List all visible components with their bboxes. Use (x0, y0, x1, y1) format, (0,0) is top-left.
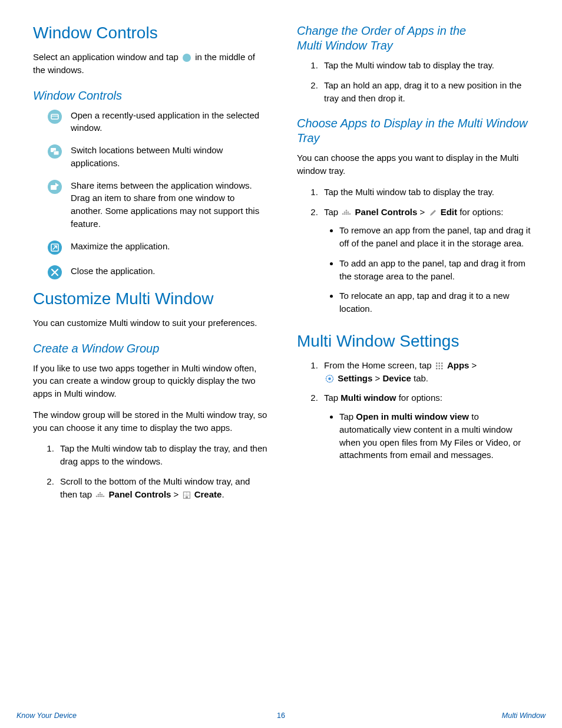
text: tab. (411, 373, 428, 383)
text: > (420, 207, 428, 217)
text: > (469, 360, 477, 370)
list-item: Tap the Multi window tab to display the … (57, 442, 269, 468)
footer-right: Multi Window (502, 711, 546, 720)
svg-point-19 (101, 495, 103, 497)
text-bold: Apps (447, 360, 470, 370)
list-item: Maximize the application. (47, 240, 269, 255)
svg-rect-36 (441, 363, 443, 364)
window-controls-icon-list: Open a recently-used application in the … (33, 109, 269, 280)
list-item: Tap an hold an app, drag it to a new pos… (320, 79, 533, 105)
svg-rect-24 (186, 496, 188, 499)
list-item: Open a recently-used application in the … (47, 109, 269, 135)
text: Select an application window and tap (33, 52, 181, 62)
svg-rect-6 (54, 151, 59, 155)
svg-point-15 (101, 493, 103, 495)
list-item: Close the application. (47, 265, 269, 280)
settings-steps: From the Home screen, tap Apps > Setting… (297, 359, 533, 462)
text-bold: Open in multi window view (356, 411, 469, 421)
svg-point-20 (103, 495, 105, 497)
svg-point-33 (349, 213, 351, 215)
svg-rect-42 (441, 368, 443, 370)
text: for options: (396, 393, 442, 403)
list-item: Tap the Multi window tab to display the … (320, 59, 533, 72)
list-item: Switch locations between Multi window ap… (47, 144, 269, 170)
svg-point-13 (98, 493, 100, 495)
text-bold: Device (382, 373, 411, 383)
text-bold: Settings (338, 373, 372, 383)
list-item: Tap Panel Controls > Edit for options: T… (320, 206, 533, 315)
text-bold: Create (194, 489, 222, 499)
panel-controls-icon (342, 209, 351, 216)
circle-handle-icon (182, 53, 191, 62)
text: Tap (339, 411, 356, 421)
text: From the Home screen, tap (324, 360, 434, 370)
share-items-icon (47, 179, 62, 195)
svg-point-25 (346, 209, 348, 211)
list-item: To remove an app from the panel, tap and… (339, 224, 533, 250)
svg-rect-38 (438, 365, 440, 367)
svg-point-16 (96, 495, 98, 497)
text: The window group will be stored in the M… (33, 409, 269, 434)
text: Share items between the application wind… (71, 179, 269, 230)
text: Maximize the application. (71, 240, 269, 253)
heading-window-controls: Window Controls (33, 24, 269, 42)
svg-rect-35 (438, 363, 440, 364)
settings-options: Tap Open in multi window view to automat… (324, 410, 533, 462)
svg-point-17 (98, 495, 100, 497)
right-column: Change the Order of Apps in the Multi Wi… (297, 24, 533, 509)
svg-rect-41 (438, 368, 440, 370)
recent-app-icon (47, 109, 62, 124)
apps-grid-icon (435, 362, 444, 370)
text: > (372, 373, 382, 383)
choose-apps-steps: Tap the Multi window tab to display the … (297, 186, 533, 315)
svg-point-12 (100, 492, 101, 493)
svg-rect-40 (436, 368, 438, 370)
text: > (174, 489, 181, 499)
text: for options: (457, 207, 503, 217)
switch-windows-icon (47, 144, 62, 159)
list-item: Tap Multi window for options: Tap Open i… (320, 391, 533, 462)
change-order-steps: Tap the Multi window tab to display the … (297, 59, 533, 104)
footer-left: Know Your Device (16, 711, 77, 720)
text: If you like to use two apps together in … (33, 362, 269, 400)
text-bold: Edit (441, 207, 457, 217)
choose-apps-options: To remove an app from the panel, tap and… (324, 224, 533, 315)
text-bold: Panel Controls (355, 207, 418, 217)
create-group-steps: Tap the Multi window tab to display the … (33, 442, 269, 500)
svg-point-14 (100, 493, 101, 495)
text: You can choose the apps you want to disp… (297, 151, 533, 177)
svg-point-31 (346, 213, 348, 215)
text: . (222, 489, 224, 499)
text: Tap (324, 393, 340, 403)
text: Tap (324, 207, 340, 217)
subheading-change-order: Change the Order of Apps in the Multi Wi… (297, 24, 533, 53)
svg-point-26 (344, 211, 346, 213)
page-number: 16 (277, 711, 285, 720)
list-item: Scroll to the bottom of the Multi window… (57, 475, 269, 501)
svg-point-44 (328, 378, 330, 380)
maximize-icon (47, 240, 62, 255)
subheading-create-window-group: Create a Window Group (33, 341, 269, 356)
list-item: Tap the Multi window tab to display the … (320, 186, 533, 199)
heading-customize-multi-window: Customize Multi Window (33, 289, 269, 308)
list-item: To add an app to the panel, tap and drag… (339, 257, 533, 283)
text-bold: Panel Controls (109, 489, 171, 499)
close-icon (47, 265, 62, 280)
page-footer: Know Your Device 16 Multi Window (0, 711, 562, 720)
subheading-choose-apps: Choose Apps to Display in the Multi Wind… (297, 116, 533, 146)
svg-point-32 (348, 213, 349, 215)
list-item: Share items between the application wind… (47, 179, 269, 230)
svg-point-29 (342, 213, 344, 215)
text: Close the application. (71, 265, 269, 278)
text-bold: Multi window (340, 393, 396, 403)
text: Switch locations between Multi window ap… (71, 144, 269, 170)
svg-point-18 (100, 495, 101, 497)
svg-point-28 (348, 211, 349, 213)
settings-gear-icon (325, 374, 334, 383)
list-item: To relocate an app, tap and drag it to a… (339, 289, 533, 315)
svg-rect-37 (436, 365, 438, 367)
list-item: From the Home screen, tap Apps > Setting… (320, 359, 533, 385)
svg-rect-39 (441, 365, 443, 367)
svg-rect-34 (436, 363, 438, 364)
svg-point-27 (346, 211, 348, 213)
